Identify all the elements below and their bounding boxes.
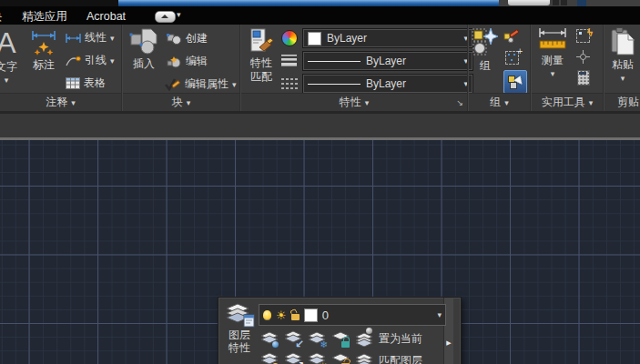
block-edit-icon <box>167 56 182 68</box>
panel-properties: 特性 匹配 ByLayer ▾ ByLayer <box>241 25 467 111</box>
layer-unisolate-icon[interactable] <box>260 352 279 364</box>
quick-select-icon[interactable]: ϟ <box>576 29 590 43</box>
autocad-window: 块 精选应用 Acrobat ▾ A 文字 ▾ <box>0 0 640 364</box>
layer-dropdown-caret: ▾ <box>437 310 442 319</box>
layer-set-current-icon[interactable] <box>355 330 373 348</box>
lineweight-icon[interactable] <box>281 54 297 66</box>
paste-button[interactable]: 粘贴 ▾ <box>607 27 638 83</box>
ribbon-toggle-caret[interactable]: ▾ <box>177 10 181 19</box>
measure-caret: ▾ <box>551 69 555 78</box>
table-button[interactable]: 表格 <box>66 76 106 91</box>
layer-unlock-icon[interactable] <box>331 352 350 364</box>
color-dropdown[interactable]: ByLayer ▾ <box>302 28 473 48</box>
text-button[interactable]: A 文字 ▾ <box>0 27 21 85</box>
layer-floating-panel: 图层 特性 ☀ 0 ▾ <box>218 297 462 364</box>
edit-attribute-icon <box>165 77 181 91</box>
group-icon <box>472 28 499 57</box>
infocenter-sliver <box>577 0 586 6</box>
titlebar-strip <box>0 0 640 6</box>
tab-addins-clipped[interactable]: 块 <box>0 9 3 24</box>
properties-dialog-launcher[interactable]: ↘ <box>456 98 463 107</box>
titlebar-right <box>499 0 640 6</box>
panel-annotation: A 文字 ▾ 标注 <box>0 25 121 111</box>
panel-label-clipboard[interactable]: 剪贴 <box>604 93 640 111</box>
flyout-arrow-icon: ▶ <box>446 339 451 347</box>
color-swatch <box>308 32 321 46</box>
linetype-swatch <box>308 84 361 85</box>
lineweight-dropdown[interactable]: ByLayer ▾ <box>302 51 473 71</box>
block-create-button[interactable]: 创建 <box>167 31 208 46</box>
layer-tools-row1: ↙ ❄ 置为当前 <box>260 330 422 348</box>
layer-previous-icon[interactable]: ↗ <box>284 352 302 364</box>
group-selection-toggle[interactable] <box>503 70 527 94</box>
panel-utilities: 测量 ▾ ϟ 实用工具 ▾ <box>532 25 603 111</box>
ribbon-lower-strip <box>0 111 640 137</box>
window-button-sliver <box>561 0 567 5</box>
measure-button[interactable]: 测量 ▾ <box>534 28 571 78</box>
paste-clipboard-icon <box>611 27 635 56</box>
dimension-icon <box>30 29 57 56</box>
layer-thaw-icon[interactable]: ☀ <box>308 352 326 364</box>
linetype-dropdown[interactable]: ByLayer ▾ <box>302 74 473 94</box>
titlebar-blue-gradient <box>118 0 499 6</box>
quick-calc-icon[interactable] <box>577 70 590 86</box>
leader-caret: ▾ <box>110 56 115 66</box>
id-point-icon[interactable] <box>576 50 590 64</box>
panel-label-annotation[interactable]: 注释 ▾ <box>0 93 121 111</box>
layer-tools-row2: ↗ ☀ 匹配图层 <box>260 352 422 364</box>
color-wheel-icon[interactable] <box>281 30 298 46</box>
measure-icon <box>538 28 567 52</box>
panel-label-utilities[interactable]: 实用工具 ▾ <box>532 93 603 111</box>
group-edit-icon[interactable]: + <box>505 51 519 65</box>
panel-label-properties[interactable]: 特性 ▾ ↘ <box>241 93 467 111</box>
linear-caret: ▾ <box>110 34 115 43</box>
layer-unlock-icon <box>291 314 300 320</box>
layer-properties-button[interactable]: 图层 特性 <box>221 301 258 364</box>
layer-freeze-icon[interactable]: ❄ <box>308 330 326 348</box>
text-flyout-caret: ▾ <box>5 76 9 85</box>
panel-label-group[interactable]: 组 ▾ <box>469 93 530 111</box>
layer-thaw-sun-icon: ☀ <box>276 309 287 321</box>
match-layer-label[interactable]: 匹配图层 <box>379 353 422 364</box>
dimension-button[interactable]: 标注 <box>27 29 60 73</box>
edit-attributes-button[interactable]: 编辑属性 ▾ <box>165 76 237 92</box>
match-properties-icon <box>248 28 275 56</box>
block-create-icon <box>167 33 182 46</box>
layer-properties-icon <box>224 301 255 329</box>
layer-on-bulb-icon <box>263 310 271 319</box>
ribbon-tab-bar: 块 精选应用 Acrobat ▾ <box>0 6 640 25</box>
insert-button[interactable]: 插入 <box>127 28 161 72</box>
ribbon-minimize-toggle[interactable] <box>155 11 176 23</box>
linear-icon <box>66 34 81 43</box>
linetype-icon[interactable] <box>281 77 298 90</box>
layer-color-swatch <box>304 308 318 322</box>
drawing-canvas[interactable]: 图层 特性 ☀ 0 ▾ <box>0 140 640 364</box>
block-edit-button[interactable]: 编辑 <box>167 54 208 69</box>
panel-label-block[interactable]: 块 ▾ <box>123 93 239 111</box>
edit-attr-caret: ▾ <box>232 80 237 89</box>
layer-isolate-icon[interactable] <box>260 330 279 348</box>
match-properties-button[interactable]: 特性 匹配 <box>245 28 278 83</box>
set-current-label[interactable]: 置为当前 <box>379 331 422 347</box>
group-button[interactable]: 组 <box>471 28 500 74</box>
panel-clipboard: 粘贴 ▾ 剪贴 <box>604 25 640 111</box>
ungroup-icon[interactable] <box>503 29 520 43</box>
quick-access-sliver <box>508 0 550 5</box>
text-icon: A <box>0 27 20 58</box>
tab-featured-apps[interactable]: 精选应用 <box>22 9 67 24</box>
paste-caret: ▾ <box>621 74 625 83</box>
window-button-sliver <box>553 0 559 5</box>
linear-button[interactable]: 线性 ▾ <box>66 30 115 46</box>
leader-icon <box>66 55 81 66</box>
ribbon: A 文字 ▾ 标注 <box>0 25 640 111</box>
layer-change-to-current-icon[interactable]: ↙ <box>284 330 302 348</box>
tab-acrobat[interactable]: Acrobat <box>86 9 126 24</box>
layer-lock-icon[interactable] <box>331 330 350 348</box>
panel-group: 组 + 组 ▾ <box>469 25 530 111</box>
leader-button[interactable]: 引线 ▾ <box>66 53 115 68</box>
lineweight-swatch <box>308 61 361 62</box>
panel-block: 插入 创建 编辑 <box>123 25 239 111</box>
layer-dropdown[interactable]: ☀ 0 ▾ <box>259 304 446 326</box>
current-layer-name: 0 <box>322 308 329 322</box>
layer-match-icon[interactable] <box>355 352 373 364</box>
